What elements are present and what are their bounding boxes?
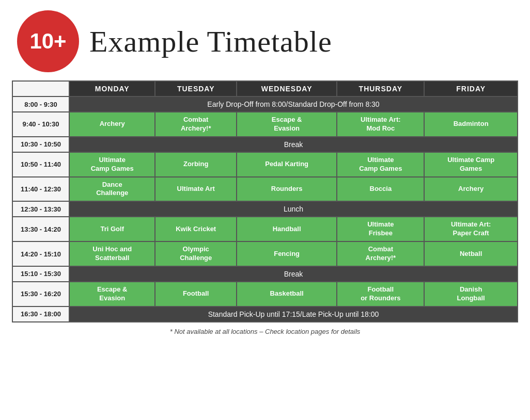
time-cell-0: 8:00 - 9:30 (12, 96, 69, 112)
span-cell-8: Break (69, 266, 518, 282)
activity-cell-r1-c2: Escape &Evasion (237, 112, 337, 137)
time-cell-10: 16:30 - 18:00 (12, 306, 69, 322)
header-thursday: THURSDAY (337, 81, 424, 96)
header-monday: MONDAY (69, 81, 155, 96)
time-cell-7: 14:20 - 15:10 (12, 241, 69, 266)
activity-cell-r7-c0: Uni Hoc andScatterball (69, 241, 155, 266)
activity-cell-r3-c3: UltimateCamp Games (337, 152, 424, 177)
badge-text: 10+ (29, 29, 66, 54)
activity-cell-r9-c2: Basketball (237, 282, 337, 306)
time-cell-4: 11:40 - 12:30 (12, 177, 69, 202)
activity-cell-r9-c4: DanishLongball (424, 282, 518, 306)
span-cell-2: Break (69, 137, 518, 152)
activity-cell-r7-c3: CombatArchery!* (337, 241, 424, 266)
activity-cell-r1-c1: CombatArchery!* (155, 112, 236, 137)
header-tuesday: TUESDAY (155, 81, 236, 96)
time-cell-2: 10:30 - 10:50 (12, 137, 69, 152)
activity-cell-r3-c0: UltimateCamp Games (69, 152, 155, 177)
activity-cell-r7-c4: Netball (424, 241, 518, 266)
activity-cell-r1-c3: Ultimate Art:Mod Roc (337, 112, 424, 137)
corner-cell (12, 81, 69, 96)
activity-cell-r7-c1: OlympicChallenge (155, 241, 236, 266)
activity-cell-r9-c0: Escape &Evasion (69, 282, 155, 306)
activity-cell-r4-c4: Archery (424, 177, 518, 202)
activity-cell-r3-c2: Pedal Karting (237, 152, 337, 177)
activity-cell-r1-c0: Archery (69, 112, 155, 137)
span-cell-10: Standard Pick-Up until 17:15/Late Pick-U… (69, 306, 518, 322)
activity-cell-r3-c4: Ultimate CampGames (424, 152, 518, 177)
activity-cell-r6-c4: Ultimate Art:Paper Craft (424, 217, 518, 241)
time-cell-1: 9:40 - 10:30 (12, 112, 69, 137)
activity-cell-r1-c4: Badminton (424, 112, 518, 137)
activity-cell-r6-c1: Kwik Cricket (155, 217, 236, 241)
activity-cell-r4-c1: Ultimate Art (155, 177, 236, 202)
page-container: 10+ Example Timetable MONDAY TUESDAY WED… (12, 10, 518, 335)
time-cell-6: 13:30 - 14:20 (12, 217, 69, 241)
header-friday: FRIDAY (424, 81, 518, 96)
span-cell-5: Lunch (69, 201, 518, 217)
timetable: MONDAY TUESDAY WEDNESDAY THURSDAY FRIDAY… (12, 80, 518, 322)
activity-cell-r9-c3: Footballor Rounders (337, 282, 424, 306)
age-badge: 10+ (17, 10, 79, 72)
activity-cell-r3-c1: Zorbing (155, 152, 236, 177)
activity-cell-r9-c1: Football (155, 282, 236, 306)
activity-cell-r6-c0: Tri Golf (69, 217, 155, 241)
activity-cell-r6-c3: UltimateFrisbee (337, 217, 424, 241)
activity-cell-r4-c3: Boccia (337, 177, 424, 202)
header-wednesday: WEDNESDAY (237, 81, 337, 96)
time-cell-3: 10:50 - 11:40 (12, 152, 69, 177)
activity-cell-r4-c0: DanceChallenge (69, 177, 155, 202)
activity-cell-r6-c2: Handball (237, 217, 337, 241)
header-area: 10+ Example Timetable (12, 10, 518, 72)
time-cell-8: 15:10 - 15:30 (12, 266, 69, 282)
span-cell-0: Early Drop-Off from 8:00/Standard Drop-O… (69, 96, 518, 112)
activity-cell-r4-c2: Rounders (237, 177, 337, 202)
activity-cell-r7-c2: Fencing (237, 241, 337, 266)
time-cell-9: 15:30 - 16:20 (12, 282, 69, 306)
time-cell-5: 12:30 - 13:30 (12, 201, 69, 217)
footnote: * Not available at all locations – Check… (12, 328, 518, 335)
page-title: Example Timetable (89, 24, 332, 59)
